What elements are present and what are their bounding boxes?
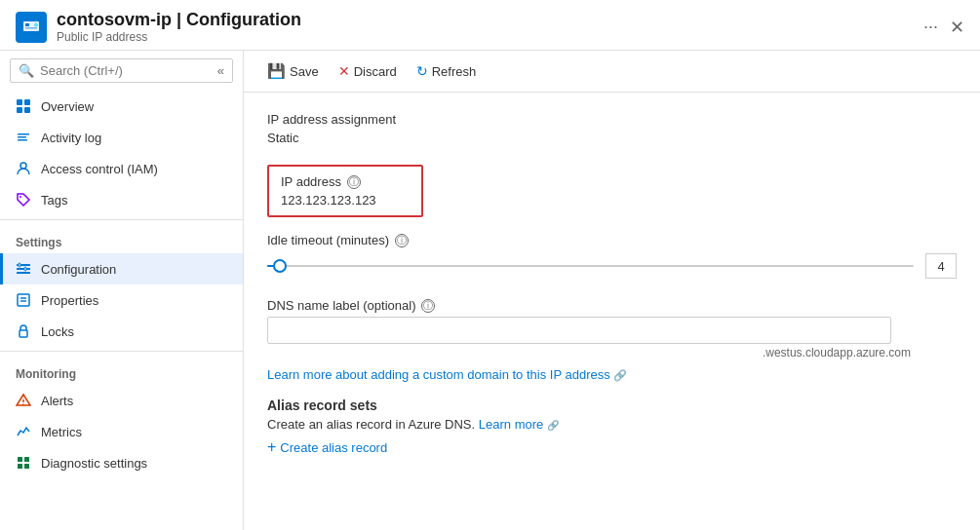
sidebar-divider-monitoring (0, 351, 243, 352)
slider-track (267, 265, 914, 267)
sidebar-item-overview[interactable]: Overview (0, 91, 243, 122)
sidebar-item-activity-log[interactable]: Activity log (0, 122, 243, 153)
sidebar-item-label: Alerts (41, 394, 73, 408)
create-alias-label: Create alias record (280, 440, 387, 455)
sidebar-item-label: Overview (41, 99, 94, 114)
sidebar-item-label: Configuration (41, 262, 116, 277)
discard-button[interactable]: ✕ Discard (331, 59, 405, 83)
svg-rect-10 (18, 139, 27, 141)
ip-assignment-value: Static (267, 131, 957, 145)
title-left: contosovm-ip | Configuration Public IP a… (16, 10, 301, 44)
dns-name-input[interactable] (267, 317, 891, 344)
ip-address-label: IP address (281, 174, 341, 189)
collapse-button[interactable]: « (217, 63, 224, 78)
ip-label-row: IP address ⓘ (281, 174, 410, 189)
sidebar-item-locks[interactable]: Locks (0, 316, 243, 347)
svg-rect-2 (25, 27, 37, 29)
ip-address-info-icon[interactable]: ⓘ (347, 175, 361, 189)
svg-rect-14 (17, 268, 30, 270)
svg-rect-26 (18, 464, 22, 469)
sidebar-item-label: Tags (41, 193, 67, 208)
svg-rect-4 (17, 99, 22, 105)
content-area: 💾 Save ✕ Discard ↻ Refresh IP address as… (244, 51, 980, 530)
svg-rect-6 (17, 107, 22, 113)
search-input[interactable] (40, 63, 212, 78)
search-container: 🔍 « (10, 58, 233, 83)
svg-rect-8 (18, 133, 29, 135)
sidebar-item-label: Access control (IAM) (41, 162, 158, 176)
sidebar-item-access-control[interactable]: Access control (IAM) (0, 153, 243, 184)
title-bar: contosovm-ip | Configuration Public IP a… (0, 0, 980, 51)
svg-point-12 (20, 196, 21, 198)
monitoring-section-header: Monitoring (0, 356, 243, 385)
dns-name-info-icon[interactable]: ⓘ (421, 299, 435, 313)
refresh-label: Refresh (432, 64, 477, 79)
alias-record-sets-title: Alias record sets (267, 398, 957, 413)
dns-name-label: DNS name label (optional) ⓘ (267, 298, 957, 313)
svg-point-3 (34, 22, 38, 26)
refresh-button[interactable]: ↻ Refresh (409, 59, 485, 83)
external-link-icon: 🔗 (613, 369, 627, 381)
sidebar-item-label: Properties (41, 293, 98, 308)
sidebar-item-alerts[interactable]: Alerts (0, 385, 243, 416)
tag-icon (16, 192, 31, 208)
properties-icon (16, 292, 31, 308)
create-alias-button[interactable]: + Create alias record (267, 439, 387, 455)
discard-icon: ✕ (338, 63, 350, 79)
svg-rect-15 (17, 272, 30, 274)
ip-assignment-label: IP address assignment (267, 112, 957, 127)
content-body: IP address assignment Static IP address … (244, 93, 980, 530)
save-icon: 💾 (267, 62, 286, 80)
svg-point-11 (20, 163, 26, 169)
idle-timeout-label: Idle timeout (minutes) ⓘ (267, 233, 957, 247)
learn-more-section: Learn more about adding a custom domain … (267, 367, 957, 382)
ip-assignment-section: IP address assignment Static (267, 112, 957, 145)
svg-rect-18 (18, 294, 29, 306)
ip-address-box: IP address ⓘ 123.123.123.123 (267, 165, 423, 217)
sidebar-item-properties[interactable]: Properties (0, 284, 243, 316)
svg-rect-5 (24, 99, 30, 105)
learn-more-link[interactable]: Learn more about adding a custom domain … (267, 367, 627, 382)
page-title: contosovm-ip | Configuration (57, 10, 301, 30)
title-text: contosovm-ip | Configuration Public IP a… (57, 10, 301, 44)
save-button[interactable]: 💾 Save (259, 58, 327, 84)
discard-label: Discard (354, 64, 397, 79)
search-icon: 🔍 (19, 63, 34, 78)
svg-rect-21 (20, 330, 27, 337)
access-icon (16, 161, 31, 176)
dns-suffix: .westus.cloudapp.azure.com (267, 346, 911, 360)
alert-icon (16, 393, 31, 408)
sidebar-item-configuration[interactable]: Configuration (0, 253, 243, 284)
close-button[interactable]: ✕ (950, 17, 964, 38)
slider-thumb[interactable] (273, 259, 287, 273)
idle-timeout-section: Idle timeout (minutes) ⓘ 4 (267, 233, 957, 279)
sidebar-item-label: Activity log (41, 131, 101, 145)
refresh-icon: ↻ (416, 63, 428, 79)
sidebar-item-tags[interactable]: Tags (0, 184, 243, 215)
idle-timeout-slider-container: 4 (267, 253, 957, 279)
ip-address-value: 123.123.123.123 (281, 193, 410, 208)
alias-record-sets-section: Alias record sets Create an alias record… (267, 398, 957, 455)
resource-icon (16, 12, 47, 43)
page-subtitle: Public IP address (57, 30, 301, 44)
sidebar: 🔍 « Overview Activity log Access control… (0, 51, 244, 530)
alias-record-sets-desc: Create an alias record in Azure DNS. Lea… (267, 417, 957, 432)
idle-timeout-info-icon[interactable]: ⓘ (395, 234, 409, 247)
more-button[interactable]: ··· (923, 17, 938, 37)
sidebar-item-label: Locks (41, 324, 74, 339)
alias-external-link-icon: 🔗 (547, 420, 559, 431)
svg-rect-24 (18, 457, 22, 462)
svg-rect-25 (24, 457, 29, 462)
sidebar-item-diagnostic-settings[interactable]: Diagnostic settings (0, 447, 243, 478)
lock-icon (16, 323, 31, 339)
overview-icon (16, 98, 31, 114)
title-actions: ··· ✕ (923, 17, 964, 38)
save-label: Save (290, 64, 319, 79)
svg-rect-9 (18, 136, 26, 138)
main-layout: 🔍 « Overview Activity log Access control… (0, 51, 980, 530)
sidebar-item-label: Diagnostic settings (41, 456, 147, 471)
alias-learn-more-link[interactable]: Learn more 🔗 (479, 417, 559, 432)
svg-rect-16 (19, 263, 20, 267)
svg-rect-27 (24, 464, 29, 469)
sidebar-item-metrics[interactable]: Metrics (0, 416, 243, 447)
